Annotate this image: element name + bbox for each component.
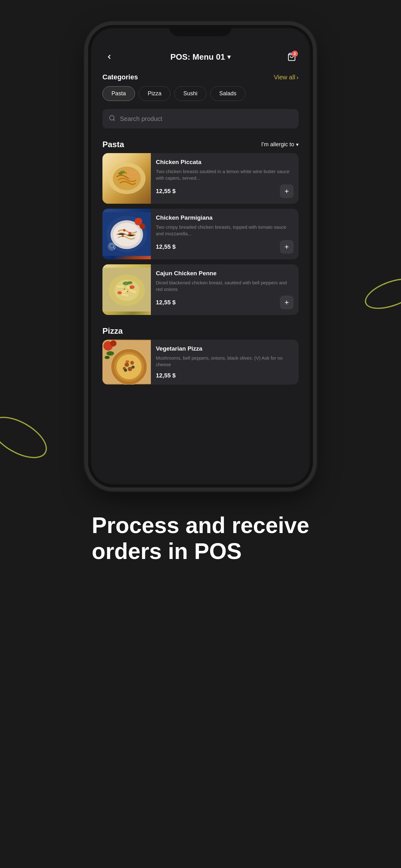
pizza-menu-items: Vegetarian Pizza Mushrooms, bell peppers… [91,340,310,384]
categories-title: Categories [102,73,138,81]
chicken-piccata-desc: Two chicken breasts sautéed in a lemon w… [156,168,294,181]
chicken-piccata-image [102,153,151,204]
pizza-section-header: Pizza [91,321,310,340]
allergic-to-text: I'm allergic to [261,141,294,148]
pasta-section: Pasta I'm allergic to ▾ [91,135,310,315]
svg-point-31 [127,281,132,284]
svg-point-4 [113,166,141,190]
svg-point-29 [118,291,122,294]
svg-point-48 [105,356,110,359]
svg-point-46 [110,340,116,346]
chicken-parmigiana-info: Chicken Parmigiana Two crispy breaded ch… [151,209,299,259]
pasta-illustration-1 [102,153,151,204]
vegetarian-pizza-price: 12,55 $ [156,372,175,379]
chicken-piccata-price: 12,55 $ [156,188,175,195]
pasta-illustration-3 [102,264,151,315]
svg-point-47 [106,351,114,355]
bottom-cta-text: Process and receive orders in POS [92,513,309,564]
search-icon [109,115,115,123]
vegetarian-pizza-name: Vegetarian Pizza [156,345,294,352]
category-tag-salads[interactable]: Salads [210,86,245,101]
category-tag-pizza[interactable]: Pizza [139,86,170,101]
chicken-parmigiana-image [102,209,151,259]
bottom-cta: Process and receive orders in POS [73,488,328,589]
header-title: POS: Menu 01 ▾ [170,52,231,62]
pizza-illustration-1 [102,340,151,384]
svg-point-33 [127,291,128,292]
chicken-parmigiana-footer: 12,55 $ + [156,240,294,254]
svg-point-13 [128,232,132,235]
view-all-button[interactable]: View all › [274,74,299,81]
chicken-piccata-footer: 12,55 $ + [156,184,294,198]
add-chicken-piccata-button[interactable]: + [280,184,294,198]
pasta-illustration-2 [102,209,151,259]
pasta-section-header: Pasta I'm allergic to ▾ [91,135,310,153]
phone-frame: POS: Menu 01 ▾ 2 Categories View all › [88,25,313,488]
categories-header: Categories View all › [102,73,299,81]
cajun-chicken-penne-price: 12,55 $ [156,299,175,306]
cart-badge: 2 [292,51,298,57]
decorative-arc-left [0,408,54,467]
categories-section: Categories View all › Pasta Pizza Sushi … [91,70,310,106]
cajun-chicken-penne-name: Cajun Chicken Penne [156,270,294,277]
add-cajun-chicken-penne-button[interactable]: + [280,296,294,309]
decorative-arc-right [361,273,401,315]
chicken-parmigiana-name: Chicken Parmigiana [156,214,294,221]
menu-item-chicken-parmigiana[interactable]: Chicken Parmigiana Two crispy breaded ch… [102,209,299,259]
svg-point-5 [127,170,138,179]
svg-point-14 [122,235,124,237]
svg-point-43 [128,367,132,371]
vegetarian-pizza-desc: Mushrooms, bell peppers, onions, black o… [156,354,294,368]
back-icon [106,53,113,61]
vegetarian-pizza-image [102,340,151,384]
cajun-chicken-penne-image [102,264,151,315]
svg-point-34 [130,287,131,289]
pasta-section-title: Pasta [102,140,124,149]
phone-screen: POS: Menu 01 ▾ 2 Categories View all › [91,28,310,484]
svg-point-7 [119,173,123,175]
svg-point-32 [124,288,125,290]
cart-button[interactable]: 2 [285,50,299,64]
pasta-menu-items: Chicken Piccata Two chicken breasts saut… [91,153,310,315]
chicken-parmigiana-price: 12,55 $ [156,243,175,250]
pizza-section: Pizza [91,321,310,384]
add-chicken-parmigiana-button[interactable]: + [280,240,294,254]
title-chevron-icon: ▾ [227,53,231,61]
allergic-chevron-icon: ▾ [296,142,299,148]
svg-point-41 [125,363,129,367]
svg-point-50 [132,366,135,369]
svg-point-12 [123,229,126,231]
cajun-chicken-penne-footer: 12,55 $ + [156,296,294,309]
svg-line-2 [113,119,114,121]
svg-point-16 [140,223,145,229]
search-placeholder: Search product [120,115,162,122]
search-bar[interactable]: Search product [102,109,299,128]
back-button[interactable] [102,50,116,64]
svg-point-51 [124,369,127,372]
svg-point-1 [110,116,114,120]
vegetarian-pizza-footer: 12,55 $ [156,372,294,379]
menu-item-cajun-chicken-penne[interactable]: Cajun Chicken Penne Diced blackened chic… [102,264,299,315]
category-tags: Pasta Pizza Sushi Salads [102,86,299,101]
category-tag-sushi[interactable]: Sushi [174,86,206,101]
phone-notch [169,25,232,36]
menu-item-vegetarian-pizza[interactable]: Vegetarian Pizza Mushrooms, bell peppers… [102,340,299,384]
menu-title-text: POS: Menu 01 [170,52,225,62]
svg-point-49 [126,360,129,363]
svg-point-40 [116,354,141,379]
cajun-chicken-penne-desc: Diced blackened chicken breast, sautéed … [156,279,294,292]
pizza-section-title: Pizza [102,326,123,336]
chicken-piccata-info: Chicken Piccata Two chicken breasts saut… [151,153,299,204]
category-tag-pasta[interactable]: Pasta [102,86,135,101]
cajun-chicken-penne-info: Cajun Chicken Penne Diced blackened chic… [151,264,299,315]
view-all-chevron-icon: › [296,74,299,81]
view-all-text: View all [274,74,295,81]
vegetarian-pizza-info: Vegetarian Pizza Mushrooms, bell peppers… [151,340,299,384]
menu-item-chicken-piccata[interactable]: Chicken Piccata Two chicken breasts saut… [102,153,299,204]
allergic-to-button[interactable]: I'm allergic to ▾ [261,141,299,148]
search-container: Search product [91,106,310,135]
chicken-parmigiana-desc: Two crispy breaded chicken breasts, topp… [156,224,294,237]
chicken-piccata-name: Chicken Piccata [156,159,294,165]
svg-point-42 [130,361,134,365]
